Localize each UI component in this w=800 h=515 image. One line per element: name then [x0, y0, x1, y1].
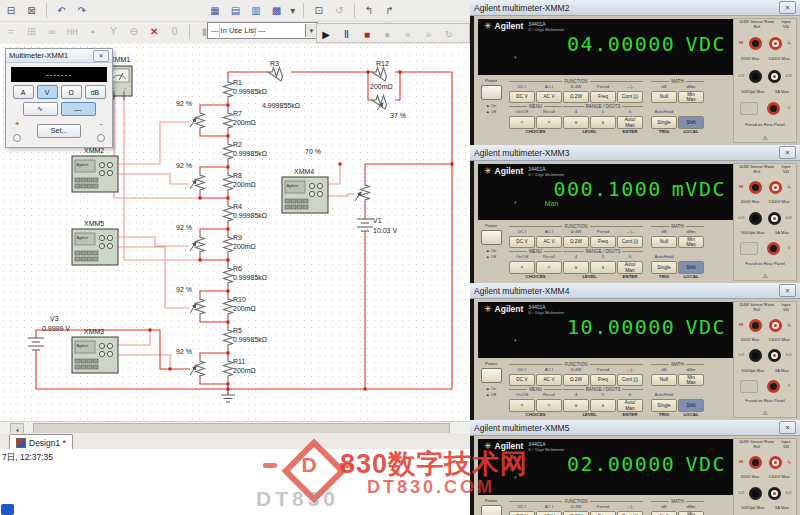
paste-icon[interactable]: ⊟	[3, 2, 19, 19]
minus-terminal[interactable]	[97, 134, 105, 142]
place-bus-icon[interactable]: ⌐	[226, 23, 242, 40]
continuity-button[interactable]: Cont )))	[617, 236, 643, 248]
input-lo-jack[interactable]	[768, 349, 781, 362]
place-misc-icon[interactable]: ✕	[146, 23, 162, 40]
null-button[interactable]: Null	[651, 91, 677, 103]
ohm2w-button[interactable]: Ω 2W	[563, 374, 589, 386]
minmax-button[interactable]: Min Max	[678, 236, 704, 248]
shift-button[interactable]: Shift	[678, 261, 704, 274]
dcv-button[interactable]: DC V	[509, 236, 535, 248]
close-icon[interactable]: ✕	[779, 146, 796, 159]
input-hi-jack[interactable]	[769, 319, 782, 332]
multimeter-xmm1-dialog[interactable]: Multimeter-XMM1 ✕ ------- A V Ω dB ∿ — +…	[5, 48, 113, 148]
loop-icon[interactable]: ↻	[441, 26, 457, 43]
show-page-icon[interactable]: ▥	[248, 2, 264, 19]
auto-man-button[interactable]: Auto/ Man	[617, 261, 643, 274]
sense-hi-jack[interactable]	[749, 37, 762, 50]
stop-simulation-icon[interactable]: ■	[359, 26, 375, 43]
range-up-button[interactable]: ∧	[590, 116, 616, 129]
range-down-button[interactable]: ∨	[563, 261, 589, 274]
range-down-button[interactable]: ∨	[563, 399, 589, 412]
ohm2w-button[interactable]: Ω 2W	[563, 236, 589, 248]
input-hi-jack[interactable]	[769, 181, 782, 194]
close-icon[interactable]: ✕	[93, 50, 109, 62]
place-basic-icon[interactable]: ⊞	[23, 23, 39, 40]
null-button[interactable]: Null	[651, 236, 677, 248]
close-icon[interactable]: ✕	[779, 1, 796, 14]
taskbar-icon[interactable]	[1, 504, 14, 515]
power-button[interactable]	[481, 230, 502, 245]
ohm2w-button[interactable]: Ω 2W	[563, 91, 589, 103]
sense-lo-jack[interactable]	[749, 487, 762, 500]
record-icon[interactable]: ●	[379, 26, 395, 43]
window-titlebar[interactable]: Agilent multimeter-XMM3 ✕	[470, 145, 800, 161]
input-lo-jack[interactable]	[768, 487, 781, 500]
xmm3-instrument-icon[interactable]	[72, 337, 118, 373]
v3-battery[interactable]	[28, 338, 44, 350]
shift-button[interactable]: Shift	[678, 116, 704, 129]
show-grid-icon[interactable]: ▦	[207, 2, 223, 19]
acv-button[interactable]: AC V	[536, 511, 562, 515]
freq-button[interactable]: Freq	[590, 511, 616, 515]
step-forward-icon[interactable]: »	[420, 26, 436, 43]
trim-potentiometers[interactable]	[196, 109, 370, 380]
menu-right-button[interactable]: >	[536, 399, 562, 412]
window-titlebar[interactable]: Agilent multimeter-XMM2 ✕	[470, 0, 800, 16]
power-button[interactable]	[481, 368, 502, 383]
continuity-button[interactable]: Cont )))	[617, 91, 643, 103]
spreadsheet-icon[interactable]: ⊡	[311, 2, 327, 19]
power-button[interactable]	[481, 85, 502, 100]
close-icon[interactable]: ✕	[779, 284, 796, 297]
single-trig-button[interactable]: Single	[651, 261, 677, 274]
xmm5-instrument-icon[interactable]	[72, 229, 118, 265]
rotate-right-icon[interactable]: ↱	[382, 2, 398, 19]
place-ttl-icon[interactable]: Y	[105, 23, 121, 40]
pause-simulation-icon[interactable]: ‖	[338, 26, 354, 43]
v1-battery[interactable]	[357, 219, 373, 231]
ampere-mode-button[interactable]: A	[13, 85, 34, 99]
front-rear-button[interactable]	[740, 102, 758, 115]
sense-lo-jack[interactable]	[749, 70, 762, 83]
shift-button[interactable]: Shift	[678, 399, 704, 412]
dcv-button[interactable]: DC V	[509, 374, 535, 386]
place-analog-icon[interactable]: ▪	[85, 23, 101, 40]
plus-terminal[interactable]	[13, 134, 21, 142]
freq-button[interactable]: Freq	[590, 91, 616, 103]
front-rear-button[interactable]	[740, 380, 758, 393]
menu-right-button[interactable]: >	[536, 116, 562, 129]
step-back-icon[interactable]: «	[400, 26, 416, 43]
auto-man-button[interactable]: Auto/ Man	[617, 399, 643, 412]
dialog-titlebar[interactable]: Multimeter-XMM1 ✕	[6, 49, 112, 63]
menu-right-button[interactable]: >	[536, 261, 562, 274]
window-titlebar[interactable]: Agilent multimeter-XMM5 ✕	[470, 420, 800, 436]
place-indicator-icon[interactable]: 0	[167, 23, 183, 40]
volt-mode-button[interactable]: V	[37, 85, 58, 99]
single-trig-button[interactable]: Single	[651, 399, 677, 412]
sense-hi-jack[interactable]	[749, 181, 762, 194]
db-mode-button[interactable]: dB	[85, 85, 106, 99]
minmax-button[interactable]: Min Max	[678, 91, 704, 103]
minmax-button[interactable]: Min Max	[678, 511, 704, 515]
ohm-mode-button[interactable]: Ω	[61, 85, 82, 99]
tab-design1[interactable]: Design1 *	[9, 434, 73, 450]
redo-icon[interactable]: ↷	[74, 2, 90, 19]
place-power-icon[interactable]: ▮	[197, 23, 213, 40]
ohm2w-button[interactable]: Ω 2W	[563, 511, 589, 515]
window-titlebar[interactable]: Agilent multimeter-XMM4 ✕	[470, 283, 800, 299]
dc-mode-button[interactable]: —	[61, 102, 96, 116]
acv-button[interactable]: AC V	[536, 236, 562, 248]
sense-hi-jack[interactable]	[749, 319, 762, 332]
input-hi-jack[interactable]	[769, 37, 782, 50]
range-up-button[interactable]: ∧	[590, 261, 616, 274]
current-jack[interactable]	[767, 380, 780, 393]
freq-button[interactable]: Freq	[590, 374, 616, 386]
close-icon[interactable]: ✕	[779, 421, 796, 434]
sense-lo-jack[interactable]	[749, 212, 762, 225]
single-trig-button[interactable]: Single	[651, 116, 677, 129]
range-up-button[interactable]: ∧	[590, 399, 616, 412]
continuity-button[interactable]: Cont )))	[617, 374, 643, 386]
continuity-button[interactable]: Cont )))	[617, 511, 643, 515]
sense-hi-jack[interactable]	[749, 456, 762, 469]
show-border-icon[interactable]: ▤	[227, 2, 243, 19]
range-down-button[interactable]: ∨	[563, 116, 589, 129]
